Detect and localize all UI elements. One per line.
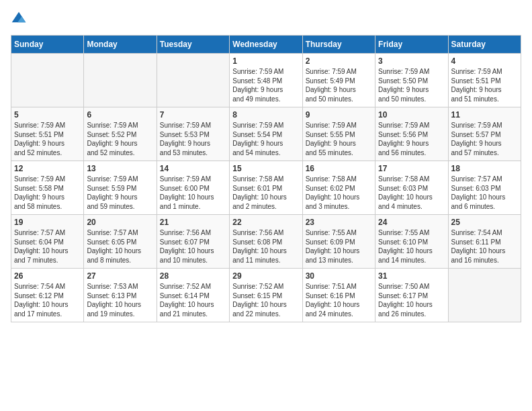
day-number: 26 bbox=[14, 271, 81, 281]
day-number: 30 bbox=[306, 271, 372, 281]
logo bbox=[11, 11, 30, 27]
calendar-week-3: 12Sunrise: 7:59 AM Sunset: 5:58 PM Dayli… bbox=[11, 161, 521, 215]
calendar-cell: 3Sunrise: 7:59 AM Sunset: 5:50 PM Daylig… bbox=[375, 54, 448, 107]
day-number: 16 bbox=[306, 164, 372, 173]
day-number: 7 bbox=[160, 110, 226, 120]
day-detail: Sunrise: 7:59 AM Sunset: 5:56 PM Dayligh… bbox=[378, 121, 445, 157]
day-detail: Sunrise: 7:57 AM Sunset: 6:03 PM Dayligh… bbox=[451, 175, 518, 211]
calendar-cell: 15Sunrise: 7:58 AM Sunset: 6:01 PM Dayli… bbox=[230, 161, 302, 215]
header-wednesday: Wednesday bbox=[230, 36, 302, 54]
header-saturday: Saturday bbox=[448, 36, 521, 54]
day-detail: Sunrise: 7:59 AM Sunset: 5:49 PM Dayligh… bbox=[306, 67, 372, 103]
calendar-cell: 23Sunrise: 7:55 AM Sunset: 6:09 PM Dayli… bbox=[302, 215, 375, 269]
calendar-cell: 9Sunrise: 7:59 AM Sunset: 5:55 PM Daylig… bbox=[302, 107, 375, 161]
day-detail: Sunrise: 7:50 AM Sunset: 6:17 PM Dayligh… bbox=[378, 282, 445, 318]
day-detail: Sunrise: 7:59 AM Sunset: 5:59 PM Dayligh… bbox=[87, 175, 153, 211]
calendar-cell: 7Sunrise: 7:59 AM Sunset: 5:53 PM Daylig… bbox=[157, 107, 229, 161]
calendar-cell: 5Sunrise: 7:59 AM Sunset: 5:51 PM Daylig… bbox=[11, 107, 84, 161]
calendar-cell bbox=[11, 54, 84, 107]
day-detail: Sunrise: 7:59 AM Sunset: 5:51 PM Dayligh… bbox=[14, 121, 81, 157]
day-detail: Sunrise: 7:57 AM Sunset: 6:05 PM Dayligh… bbox=[87, 228, 153, 265]
day-number: 4 bbox=[451, 56, 518, 66]
header-tuesday: Tuesday bbox=[157, 36, 229, 54]
day-number: 31 bbox=[378, 271, 445, 281]
calendar-cell: 27Sunrise: 7:53 AM Sunset: 6:13 PM Dayli… bbox=[84, 269, 157, 322]
day-detail: Sunrise: 7:55 AM Sunset: 6:10 PM Dayligh… bbox=[378, 228, 445, 265]
calendar-cell: 8Sunrise: 7:59 AM Sunset: 5:54 PM Daylig… bbox=[230, 107, 302, 161]
calendar-cell: 12Sunrise: 7:59 AM Sunset: 5:58 PM Dayli… bbox=[11, 161, 84, 215]
calendar-week-2: 5Sunrise: 7:59 AM Sunset: 5:51 PM Daylig… bbox=[11, 107, 521, 161]
day-number: 21 bbox=[160, 218, 226, 227]
calendar-cell: 1Sunrise: 7:59 AM Sunset: 5:48 PM Daylig… bbox=[230, 54, 302, 107]
day-detail: Sunrise: 7:52 AM Sunset: 6:14 PM Dayligh… bbox=[160, 282, 226, 318]
calendar-week-1: 1Sunrise: 7:59 AM Sunset: 5:48 PM Daylig… bbox=[11, 54, 521, 107]
day-number: 28 bbox=[160, 271, 226, 281]
calendar-cell: 6Sunrise: 7:59 AM Sunset: 5:52 PM Daylig… bbox=[84, 107, 157, 161]
day-detail: Sunrise: 7:52 AM Sunset: 6:15 PM Dayligh… bbox=[232, 282, 299, 318]
day-number: 5 bbox=[14, 110, 81, 120]
day-detail: Sunrise: 7:54 AM Sunset: 6:11 PM Dayligh… bbox=[451, 228, 518, 265]
day-number: 29 bbox=[232, 271, 299, 281]
calendar-cell: 26Sunrise: 7:54 AM Sunset: 6:12 PM Dayli… bbox=[11, 269, 84, 322]
day-number: 9 bbox=[306, 110, 372, 120]
day-detail: Sunrise: 7:54 AM Sunset: 6:12 PM Dayligh… bbox=[14, 282, 81, 318]
calendar-cell: 29Sunrise: 7:52 AM Sunset: 6:15 PM Dayli… bbox=[230, 269, 302, 322]
day-detail: Sunrise: 7:59 AM Sunset: 5:51 PM Dayligh… bbox=[451, 67, 518, 103]
day-number: 22 bbox=[232, 218, 299, 227]
calendar-cell: 14Sunrise: 7:59 AM Sunset: 6:00 PM Dayli… bbox=[157, 161, 229, 215]
day-detail: Sunrise: 7:59 AM Sunset: 5:52 PM Dayligh… bbox=[87, 121, 153, 157]
logo-icon bbox=[11, 11, 27, 27]
day-detail: Sunrise: 7:55 AM Sunset: 6:09 PM Dayligh… bbox=[306, 228, 372, 265]
day-detail: Sunrise: 7:59 AM Sunset: 5:54 PM Dayligh… bbox=[232, 121, 299, 157]
calendar-week-4: 19Sunrise: 7:57 AM Sunset: 6:04 PM Dayli… bbox=[11, 215, 521, 269]
day-detail: Sunrise: 7:57 AM Sunset: 6:04 PM Dayligh… bbox=[14, 228, 81, 265]
day-number: 18 bbox=[451, 164, 518, 173]
day-detail: Sunrise: 7:53 AM Sunset: 6:13 PM Dayligh… bbox=[87, 282, 153, 318]
calendar-cell: 21Sunrise: 7:56 AM Sunset: 6:07 PM Dayli… bbox=[157, 215, 229, 269]
calendar-cell: 13Sunrise: 7:59 AM Sunset: 5:59 PM Dayli… bbox=[84, 161, 157, 215]
header-monday: Monday bbox=[84, 36, 157, 54]
day-number: 12 bbox=[14, 164, 81, 173]
day-detail: Sunrise: 7:59 AM Sunset: 6:00 PM Dayligh… bbox=[160, 175, 226, 211]
calendar-cell: 20Sunrise: 7:57 AM Sunset: 6:05 PM Dayli… bbox=[84, 215, 157, 269]
calendar-cell: 22Sunrise: 7:56 AM Sunset: 6:08 PM Dayli… bbox=[230, 215, 302, 269]
calendar-cell: 16Sunrise: 7:58 AM Sunset: 6:02 PM Dayli… bbox=[302, 161, 375, 215]
day-number: 10 bbox=[378, 110, 445, 120]
calendar-cell: 11Sunrise: 7:59 AM Sunset: 5:57 PM Dayli… bbox=[448, 107, 521, 161]
day-number: 15 bbox=[232, 164, 299, 173]
day-number: 14 bbox=[160, 164, 226, 173]
page-header bbox=[11, 11, 521, 27]
day-detail: Sunrise: 7:59 AM Sunset: 5:57 PM Dayligh… bbox=[451, 121, 518, 157]
day-number: 19 bbox=[14, 218, 81, 227]
calendar-cell: 28Sunrise: 7:52 AM Sunset: 6:14 PM Dayli… bbox=[157, 269, 229, 322]
day-number: 25 bbox=[451, 218, 518, 227]
calendar-cell: 17Sunrise: 7:58 AM Sunset: 6:03 PM Dayli… bbox=[375, 161, 448, 215]
calendar-cell: 31Sunrise: 7:50 AM Sunset: 6:17 PM Dayli… bbox=[375, 269, 448, 322]
calendar-cell: 25Sunrise: 7:54 AM Sunset: 6:11 PM Dayli… bbox=[448, 215, 521, 269]
calendar-cell: 4Sunrise: 7:59 AM Sunset: 5:51 PM Daylig… bbox=[448, 54, 521, 107]
day-number: 20 bbox=[87, 218, 153, 227]
calendar-cell bbox=[157, 54, 229, 107]
calendar-header-row: SundayMondayTuesdayWednesdayThursdayFrid… bbox=[11, 36, 521, 54]
day-number: 27 bbox=[87, 271, 153, 281]
calendar-cell bbox=[84, 54, 157, 107]
day-detail: Sunrise: 7:58 AM Sunset: 6:03 PM Dayligh… bbox=[378, 175, 445, 211]
day-number: 8 bbox=[232, 110, 299, 120]
day-detail: Sunrise: 7:59 AM Sunset: 5:50 PM Dayligh… bbox=[378, 67, 445, 103]
day-number: 24 bbox=[378, 218, 445, 227]
day-number: 6 bbox=[87, 110, 153, 120]
day-number: 1 bbox=[232, 56, 299, 66]
calendar-cell bbox=[448, 269, 521, 322]
day-detail: Sunrise: 7:59 AM Sunset: 5:53 PM Dayligh… bbox=[160, 121, 226, 157]
calendar-cell: 19Sunrise: 7:57 AM Sunset: 6:04 PM Dayli… bbox=[11, 215, 84, 269]
calendar-cell: 30Sunrise: 7:51 AM Sunset: 6:16 PM Dayli… bbox=[302, 269, 375, 322]
day-detail: Sunrise: 7:51 AM Sunset: 6:16 PM Dayligh… bbox=[306, 282, 372, 318]
day-detail: Sunrise: 7:59 AM Sunset: 5:58 PM Dayligh… bbox=[14, 175, 81, 211]
day-number: 3 bbox=[378, 56, 445, 66]
day-number: 17 bbox=[378, 164, 445, 173]
day-detail: Sunrise: 7:59 AM Sunset: 5:48 PM Dayligh… bbox=[232, 67, 299, 103]
day-detail: Sunrise: 7:56 AM Sunset: 6:07 PM Dayligh… bbox=[160, 228, 226, 265]
day-detail: Sunrise: 7:58 AM Sunset: 6:02 PM Dayligh… bbox=[306, 175, 372, 211]
calendar-cell: 18Sunrise: 7:57 AM Sunset: 6:03 PM Dayli… bbox=[448, 161, 521, 215]
day-number: 11 bbox=[451, 110, 518, 120]
